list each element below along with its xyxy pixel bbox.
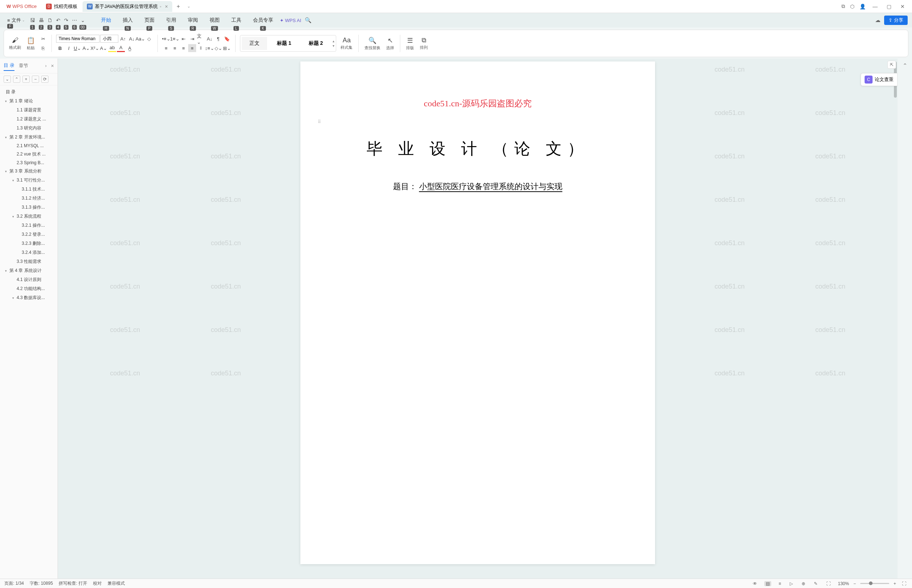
copy-icon[interactable]: ⎘	[39, 44, 47, 52]
print-preview-icon[interactable]: 🗋3	[47, 17, 53, 24]
quick6-icon[interactable]: ⌄00	[80, 17, 86, 24]
close-icon[interactable]: ×	[165, 3, 168, 10]
sidebar-tab-toc[interactable]: 目 录	[3, 61, 15, 71]
clear-format-icon[interactable]: ◇	[145, 35, 153, 43]
menu-page[interactable]: 页面P	[139, 15, 160, 26]
menu-review[interactable]: 审阅R	[183, 15, 203, 26]
superscript-button[interactable]: X²⌄	[91, 44, 99, 52]
toc-item[interactable]: 4.1 设计原则	[2, 275, 56, 284]
minimize-button[interactable]: —	[871, 3, 880, 10]
sidebar-tab-chapter[interactable]: 章节	[19, 61, 28, 71]
drag-handle-icon[interactable]: ⠿	[318, 120, 321, 124]
menu-reference[interactable]: 引用S	[161, 15, 181, 26]
rail-collapse-icon[interactable]: ⌃	[902, 62, 907, 69]
menu-member[interactable]: 会员专享K	[248, 15, 278, 26]
sidebar-nav-next-icon[interactable]: ›	[45, 63, 47, 68]
save-icon[interactable]: 🖫1	[29, 17, 36, 24]
italic-button[interactable]: I	[65, 44, 73, 52]
zoom-in-icon[interactable]: +	[892, 581, 897, 586]
toc-item[interactable]: ▾第 2 章 开发环境...	[2, 133, 56, 142]
undo-icon[interactable]: ↶4	[55, 17, 61, 24]
toc-item[interactable]: 3.2.1 操作...	[2, 221, 56, 230]
toc-item[interactable]: 3.1.2 经济...	[2, 194, 56, 203]
zoom-value[interactable]: 130%	[838, 581, 849, 586]
menu-start[interactable]: 开始H	[96, 15, 116, 26]
distribute-icon[interactable]: ⫴	[197, 44, 205, 52]
toc-item[interactable]: 3.1.3 操作...	[2, 203, 56, 212]
menu-tools[interactable]: 工具L	[226, 15, 246, 26]
status-page[interactable]: 页面: 1/34	[4, 580, 24, 586]
format-painter-group[interactable]: 🖌 格式刷	[8, 37, 23, 50]
chevron-down-icon[interactable]: ▾	[12, 179, 17, 182]
toc-item[interactable]: 2.3 Spring B...	[2, 159, 56, 167]
remove-icon[interactable]: −	[32, 76, 39, 83]
strikethrough-button[interactable]: A̵⌄	[82, 44, 90, 52]
bold-button[interactable]: B	[56, 44, 64, 52]
document-tab[interactable]: W 基于JAVA的医院床位管理系统 ▫ ×	[83, 1, 172, 12]
decrease-indent-icon[interactable]: ⇤	[180, 35, 188, 43]
chevron-down-icon[interactable]: ▾	[12, 296, 17, 300]
text-direction-icon[interactable]: 文⌄	[197, 35, 205, 43]
toc-item[interactable]: ▾第 3 章 系统分析	[2, 167, 56, 176]
redo-icon[interactable]: ↷5	[63, 17, 69, 24]
sidebar-close-icon[interactable]: ×	[51, 63, 54, 69]
toc-item[interactable]: 1.1 课题背景	[2, 106, 56, 115]
web-layout-icon[interactable]: ⊕	[800, 581, 807, 586]
avatar-icon[interactable]: 👤	[860, 3, 866, 10]
style-h2[interactable]: 标题 2	[301, 37, 331, 50]
toc-item[interactable]: 3.2.4 添加...	[2, 248, 56, 257]
toc-item[interactable]: 2.1 MYSQL ...	[2, 142, 56, 150]
toc-item[interactable]: ▾3.2 系统流程	[2, 212, 56, 221]
chevron-down-icon[interactable]: ▾	[5, 99, 10, 103]
toc-item[interactable]: 3.2.2 登录...	[2, 230, 56, 239]
increase-indent-icon[interactable]: ⇥	[188, 35, 196, 43]
share-button[interactable]: ⇪ 分享	[884, 16, 908, 25]
fit-width-icon[interactable]: ⛶	[825, 581, 832, 586]
increase-font-icon[interactable]: A↑	[119, 35, 127, 43]
refresh-icon[interactable]: ⟳	[41, 76, 49, 83]
line-spacing-icon[interactable]: ↕≡⌄	[206, 44, 214, 52]
status-words[interactable]: 字数: 10895	[30, 580, 53, 586]
plagiarism-check-button[interactable]: C 论文查重	[860, 73, 897, 86]
zoom-out-icon[interactable]: −	[852, 581, 857, 586]
zoom-slider[interactable]	[860, 583, 889, 584]
paste-group[interactable]: 📋 粘贴	[25, 37, 36, 51]
vertical-scrollbar[interactable]	[893, 58, 897, 578]
cube-icon[interactable]: ⬡	[850, 3, 854, 10]
reading-view-icon[interactable]: 👁	[751, 581, 758, 586]
quick5-icon[interactable]: ⋯6	[71, 17, 78, 24]
print-icon[interactable]: 🖶2	[38, 17, 45, 24]
collapse-down-icon[interactable]: ⌄	[3, 76, 11, 83]
numbered-list-icon[interactable]: 1≡⌄	[171, 35, 179, 43]
toc-item[interactable]: ▾4.3 数据库设...	[2, 293, 56, 302]
wps-ai-button[interactable]: ✦WPS AI	[280, 18, 301, 23]
tab-menu-icon[interactable]: ▫	[160, 4, 161, 9]
file-menu[interactable]: ≡ 文件 ⌄ F	[4, 16, 28, 25]
collapse-up-icon[interactable]: ⌃	[13, 76, 20, 83]
layout-button[interactable]: ☰ 排版	[405, 37, 415, 51]
align-left-icon[interactable]: ≡	[162, 44, 170, 52]
maximize-button[interactable]: ▢	[884, 3, 893, 10]
arrange-button[interactable]: ⧉ 排列	[418, 37, 429, 50]
show-marks-icon[interactable]: ¶	[214, 35, 222, 43]
toc-item[interactable]: 4.2 功能结构...	[2, 284, 56, 293]
toc-item[interactable]: 3.3 性能需求	[2, 257, 56, 266]
new-tab-button[interactable]: +	[173, 3, 183, 10]
add-icon[interactable]: +	[23, 76, 30, 83]
cut-icon[interactable]: ✂	[39, 35, 47, 43]
fill-color-icon[interactable]: ◇⌄	[214, 44, 222, 52]
style-body[interactable]: 正文	[242, 37, 267, 50]
toc-item[interactable]: 1.3 研究内容	[2, 124, 56, 133]
chevron-down-icon[interactable]: ▾	[5, 269, 10, 273]
app-tab[interactable]: W WPS Office	[2, 1, 41, 12]
toc-item[interactable]: 3.2.3 删除...	[2, 239, 56, 248]
print-layout-icon[interactable]: ▤	[765, 581, 771, 586]
underline-button[interactable]: U⌄	[73, 44, 81, 52]
close-window-button[interactable]: ✕	[898, 3, 907, 10]
shading-icon[interactable]: A̲	[126, 44, 134, 52]
highlight-icon[interactable]: ab	[108, 44, 116, 52]
play-icon[interactable]: ▷	[788, 581, 794, 586]
menu-insert[interactable]: 插入N	[118, 15, 138, 26]
toc-item[interactable]: 3.1.1 技术...	[2, 185, 56, 194]
toc-item[interactable]: ▾第 4 章 系统设计	[2, 266, 56, 275]
